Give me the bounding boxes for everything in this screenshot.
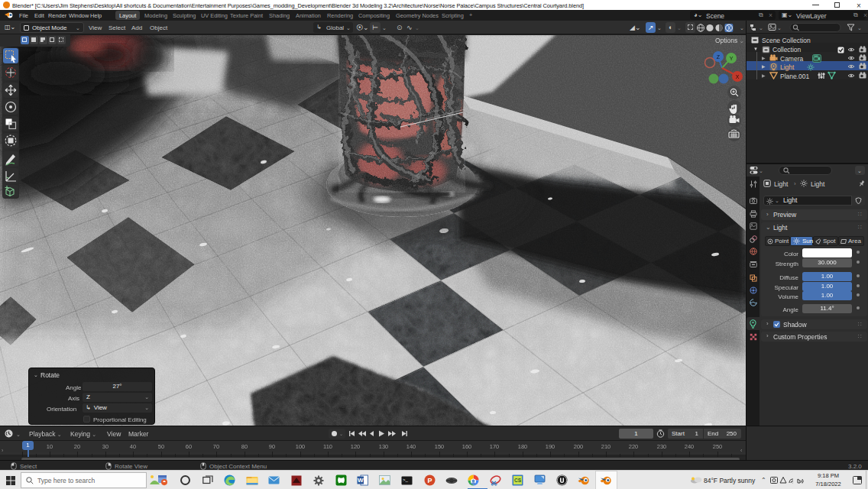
svg-text:>_: >_ — [403, 478, 409, 482]
svg-text:⌄: ⌄ — [16, 432, 21, 437]
svg-text:CS: CS — [514, 478, 522, 483]
svg-text:⌄: ⌄ — [857, 25, 862, 31]
svg-text:⌄: ⌄ — [759, 25, 763, 31]
svg-text:⌄: ⌄ — [759, 168, 763, 173]
svg-text:⌄: ⌄ — [777, 25, 782, 31]
svg-text:W: W — [358, 477, 364, 484]
svg-text:P: P — [427, 477, 432, 484]
